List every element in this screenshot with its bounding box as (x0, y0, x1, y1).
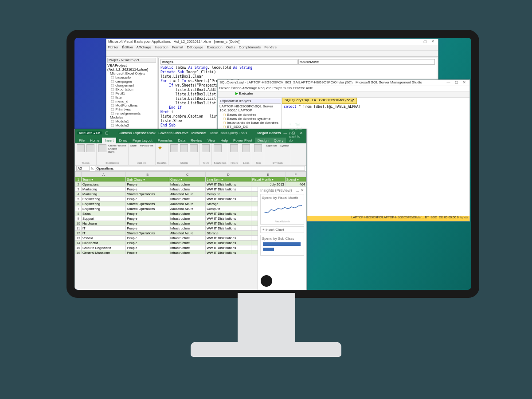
equation-button[interactable]: Equation (266, 144, 277, 147)
formula-bar[interactable]: fx (75, 166, 306, 172)
object-dropdown[interactable] (160, 59, 297, 64)
server-node[interactable]: LAPTOP-HBG9O9FC\SQL Server 16.0.1000.) L… (219, 104, 281, 112)
insights-icon[interactable]: ✦ (157, 144, 163, 151)
table-header[interactable]: Sub Class ▾ (126, 177, 169, 182)
myaddins-button[interactable]: My Add-ins (140, 144, 153, 147)
tree-item[interactable]: Primitives (111, 107, 156, 111)
ssms-toolbar[interactable]: ▶ Exécuter (218, 91, 469, 98)
tree-item[interactable]: campagne (111, 79, 156, 83)
insight-card-2[interactable]: Spend by Sub Class (260, 235, 304, 256)
slicer-icon[interactable] (230, 144, 238, 152)
window-controls[interactable]: — ▢ ✕ (447, 80, 468, 85)
menu-file[interactable]: Fichier (219, 86, 230, 90)
column-header[interactable]: C (169, 172, 206, 177)
menu-window[interactable]: Fenêtre (264, 45, 277, 49)
threed-map-icon[interactable] (202, 144, 210, 152)
insights-pane[interactable]: Insights (Preview)… ✕ Spend by Fiscal Mo… (258, 187, 306, 290)
tell-me-search[interactable]: Tell me what you want to do (289, 122, 302, 143)
ribbon[interactable]: Tables Online PicturesShapesIconsIllustr… (75, 143, 306, 166)
tree-item[interactable]: Bases de données système (223, 117, 281, 121)
tab-file[interactable]: File (76, 138, 87, 143)
close-icon[interactable]: … ✕ (295, 188, 304, 193)
menu-tools[interactable]: Outils (283, 86, 292, 90)
tab-review[interactable]: Review (188, 138, 205, 143)
tab-home[interactable]: Home (87, 138, 102, 143)
table-header[interactable]: Spend ▾ (285, 177, 306, 182)
tree-item[interactable]: Feuil1 (111, 91, 156, 95)
menu-tools[interactable]: Outils (226, 45, 235, 49)
link-icon[interactable] (242, 144, 250, 152)
table-header[interactable]: Line Item ▾ (206, 177, 251, 182)
tree-item[interactable]: chargement (111, 83, 156, 87)
menu-insert[interactable]: Insertion (155, 45, 168, 49)
tree-item[interactable]: liste (111, 95, 156, 99)
pivottable-icon[interactable] (77, 144, 85, 152)
project-folder[interactable]: Microsoft Excel Objets (110, 71, 156, 75)
column-header[interactable]: E (251, 172, 285, 177)
excel-window[interactable]: AutoSave ● On ▢ Contoso Expenses.xlsx · … (74, 129, 307, 290)
tab-pagelayout[interactable]: Page Layout (130, 138, 155, 143)
menu-project[interactable]: Projet (272, 86, 282, 90)
window-controls[interactable]: — ▢ ✕ (415, 40, 436, 44)
tab-insert[interactable]: Insert (102, 138, 116, 143)
menu-edit[interactable]: Édition (231, 86, 241, 90)
tree-item[interactable]: Instantanés de base de données (223, 121, 281, 125)
fx-icon[interactable]: fx (91, 166, 94, 170)
tab-draw[interactable]: Draw (116, 138, 130, 143)
vba-menubar[interactable]: Fichier Édition Affichage Insertion Form… (106, 45, 438, 51)
menu-file[interactable]: Fichier (108, 45, 118, 49)
vba-toolbar[interactable] (106, 51, 438, 57)
tree-item[interactable]: Bases de données (223, 113, 281, 117)
tree-item[interactable]: BT_BDD_DE (223, 125, 281, 129)
project-root[interactable]: VBAProject (Act_L2_20210114.xlsm) (107, 63, 156, 71)
ssms-menubar[interactable]: Fichier Édition Affichage Requête Projet… (218, 86, 469, 91)
quick-save-icon[interactable]: ▢ (105, 131, 109, 135)
excel-titlebar[interactable]: AutoSave ● On ▢ Contoso Expenses.xlsx · … (75, 129, 306, 136)
user-label[interactable]: Megan Bowers (257, 131, 281, 135)
menu-debug[interactable]: Débogage (187, 45, 203, 49)
ribbon-tabs[interactable]: File Home Insert Draw Page Layout Formul… (75, 136, 306, 143)
name-box[interactable] (76, 166, 90, 171)
tab-formulas[interactable]: Formulas (155, 138, 175, 143)
tab-view[interactable]: View (205, 138, 218, 143)
tree-item[interactable]: renseignements (111, 111, 156, 115)
pictures-icon[interactable] (98, 144, 106, 152)
textbox-icon[interactable] (254, 144, 262, 152)
tree-item[interactable]: menu_d (111, 99, 156, 103)
tree-item[interactable]: Exportation (111, 87, 156, 91)
project-explorer[interactable]: Projet - VBAProject VBAProject (Act_L2_2… (106, 57, 157, 138)
menu-query[interactable]: Requête (258, 86, 271, 90)
menu-addins[interactable]: Compléments (239, 45, 261, 49)
procedure-dropdown[interactable] (298, 59, 435, 64)
sql-text[interactable]: * from [dbo].[@1_TABLE_ALPHA] (299, 105, 361, 109)
editor-tab[interactable]: SQLQuery1.sql · LA...G9O9FC\Olivier (56)… (282, 98, 357, 104)
tab-data[interactable]: Data (175, 138, 188, 143)
rec-pivottable-icon[interactable] (86, 144, 94, 152)
tab-query[interactable]: Query (271, 138, 286, 143)
table-header[interactable]: Fiscal Month ▾ (251, 177, 285, 182)
column-header[interactable]: B (126, 172, 169, 177)
tab-powerpivot[interactable]: Power Pivot (231, 138, 255, 143)
table-header[interactable]: Team ▾ (82, 177, 126, 182)
menu-view[interactable]: Affichage (137, 45, 151, 49)
autosave-toggle[interactable]: AutoSave ● On (77, 131, 102, 134)
tab-help[interactable]: Help (218, 138, 231, 143)
modules-folder[interactable]: Modules (110, 115, 156, 119)
rec-charts-icon[interactable] (170, 144, 178, 152)
menu-help[interactable]: Aide (306, 86, 313, 90)
tree-item[interactable]: Module1 (111, 119, 156, 123)
table-row[interactable]: 2OperationsPeopleInfrastructureWW IT Dis… (75, 182, 306, 187)
table-header[interactable]: Group ▾ (169, 177, 206, 182)
insert-chart-button[interactable]: + Insert Chart (260, 226, 304, 233)
insight-card-1[interactable]: Spend by Fiscal Month Fiscal Month (260, 194, 304, 225)
sparkline-icon[interactable] (214, 144, 222, 152)
pivotchart-icon[interactable] (190, 144, 198, 152)
column-header[interactable]: A (82, 172, 126, 177)
symbol-button[interactable]: Symbol (280, 144, 289, 147)
menu-view[interactable]: Affichage (243, 86, 257, 90)
tab-design[interactable]: Design (255, 138, 271, 143)
execute-button[interactable]: Exécuter (239, 91, 253, 95)
menu-format[interactable]: Format (172, 45, 183, 49)
column-header[interactable]: D (206, 172, 251, 177)
column-header[interactable]: F (285, 172, 306, 177)
